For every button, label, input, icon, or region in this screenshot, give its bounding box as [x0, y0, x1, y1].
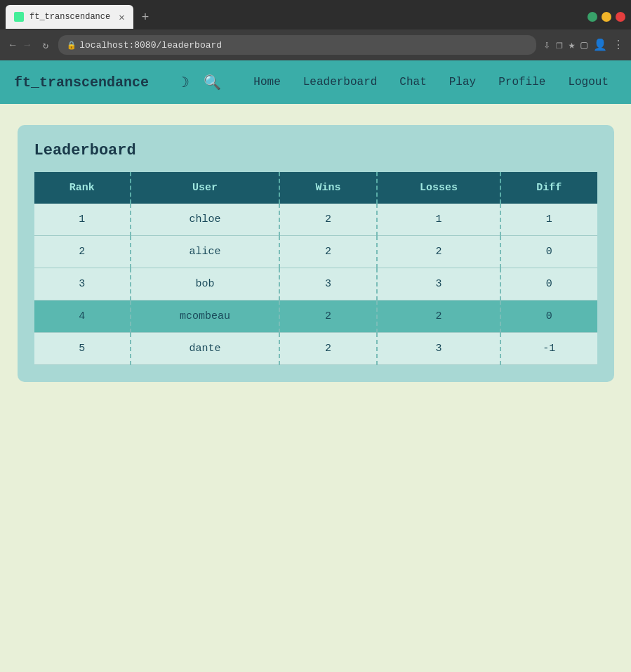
cell-wins: 2	[279, 301, 378, 333]
cell-rank: 1	[34, 204, 131, 236]
leaderboard-table: Rank User Wins Losses Diff 1 chloe 2 1 1	[34, 172, 597, 365]
tab-favicon	[14, 12, 24, 22]
share-icon[interactable]: ❐	[556, 38, 563, 52]
app-navbar: ft_transcendance ☽ 🔍 Home Leaderboard Ch…	[0, 60, 631, 104]
browser-tab[interactable]: ft_transcendance ✕	[6, 5, 133, 29]
app-brand[interactable]: ft_transcendance	[14, 74, 149, 91]
cell-user[interactable]: mcombeau	[131, 301, 279, 333]
nav-links: Home Leaderboard Chat Play Profile Logou…	[245, 72, 617, 93]
leaderboard-title: Leaderboard	[34, 142, 597, 159]
download-icon[interactable]: ⇩	[543, 38, 550, 52]
moon-icon: ☽	[177, 74, 190, 90]
search-button[interactable]: 🔍	[201, 71, 224, 93]
cell-user[interactable]: bob	[131, 268, 279, 301]
cell-diff: 0	[500, 236, 597, 268]
address-bar-actions: ⇩ ❐ ★ ▢ 👤 ⋮	[543, 38, 624, 52]
cell-losses: 2	[377, 236, 500, 268]
col-user: User	[131, 172, 279, 204]
cell-wins: 3	[279, 268, 378, 301]
cell-diff: 0	[500, 301, 597, 333]
cell-losses: 2	[377, 301, 500, 333]
table-row: 2 alice 2 2 0	[34, 236, 597, 268]
tab-close-button[interactable]: ✕	[119, 11, 124, 23]
cell-rank: 4	[34, 301, 131, 333]
nav-leaderboard[interactable]: Leaderboard	[295, 72, 386, 93]
browser-chrome: ft_transcendance ✕ + ← → ↻ 🔒 localhost:8…	[0, 0, 631, 60]
window-minimize-button[interactable]	[587, 12, 597, 22]
cell-diff: 1	[500, 204, 597, 236]
cell-losses: 1	[377, 204, 500, 236]
leaderboard-card: Leaderboard Rank User Wins Losses Diff 1…	[18, 125, 614, 382]
cell-rank: 2	[34, 236, 131, 268]
table-row-highlighted: 4 mcombeau 2 2 0	[34, 301, 597, 333]
cell-wins: 2	[279, 333, 378, 365]
col-losses: Losses	[377, 172, 500, 204]
address-text: localhost:8080/leaderboard	[79, 40, 222, 51]
col-rank: Rank	[34, 172, 131, 204]
browser-window-controls	[587, 12, 625, 22]
cell-user[interactable]: alice	[131, 236, 279, 268]
browser-nav-arrows: ← →	[7, 38, 33, 52]
browser-tab-bar: ft_transcendance ✕ +	[0, 0, 631, 29]
nav-logout[interactable]: Logout	[559, 72, 617, 93]
cell-user[interactable]: dante	[131, 333, 279, 365]
back-button[interactable]: ←	[7, 38, 18, 52]
table-row: 3 bob 3 3 0	[34, 268, 597, 301]
table-row: 1 chloe 2 1 1	[34, 204, 597, 236]
nav-home[interactable]: Home	[245, 72, 288, 93]
profile-icon[interactable]: 👤	[593, 38, 607, 52]
cell-rank: 5	[34, 333, 131, 365]
nav-chat[interactable]: Chat	[391, 72, 434, 93]
table-body: 1 chloe 2 1 1 2 alice 2 2 0 3 bob	[34, 204, 597, 365]
refresh-button[interactable]: ↻	[40, 38, 51, 53]
search-icon: 🔍	[204, 74, 221, 90]
address-bar-input[interactable]: 🔒 localhost:8080/leaderboard	[58, 35, 536, 55]
dark-mode-toggle[interactable]: ☽	[174, 71, 192, 93]
page-content: Leaderboard Rank User Wins Losses Diff 1…	[0, 104, 631, 672]
new-tab-button[interactable]: +	[136, 7, 155, 27]
tab-title: ft_transcendance	[29, 12, 110, 22]
browser-address-bar: ← → ↻ 🔒 localhost:8080/leaderboard ⇩ ❐ ★…	[0, 29, 631, 60]
window-close-button[interactable]	[616, 12, 625, 22]
nav-play[interactable]: Play	[441, 72, 484, 93]
menu-icon[interactable]: ⋮	[613, 38, 624, 52]
reader-mode-icon[interactable]: ▢	[580, 38, 587, 52]
col-wins: Wins	[279, 172, 378, 204]
col-diff: Diff	[500, 172, 597, 204]
cell-wins: 2	[279, 236, 378, 268]
cell-user[interactable]: chloe	[131, 204, 279, 236]
nav-icons: ☽ 🔍	[174, 71, 224, 93]
cell-rank: 3	[34, 268, 131, 301]
forward-button[interactable]: →	[21, 38, 32, 52]
cell-losses: 3	[377, 333, 500, 365]
cell-wins: 2	[279, 204, 378, 236]
cell-diff: -1	[500, 333, 597, 365]
lock-icon: 🔒	[67, 41, 77, 50]
table-header-row: Rank User Wins Losses Diff	[34, 172, 597, 204]
window-maximize-button[interactable]	[602, 12, 611, 22]
table-header: Rank User Wins Losses Diff	[34, 172, 597, 204]
nav-profile[interactable]: Profile	[490, 72, 554, 93]
cell-diff: 0	[500, 268, 597, 301]
table-row: 5 dante 2 3 -1	[34, 333, 597, 365]
bookmark-icon[interactable]: ★	[569, 38, 576, 52]
cell-losses: 3	[377, 268, 500, 301]
